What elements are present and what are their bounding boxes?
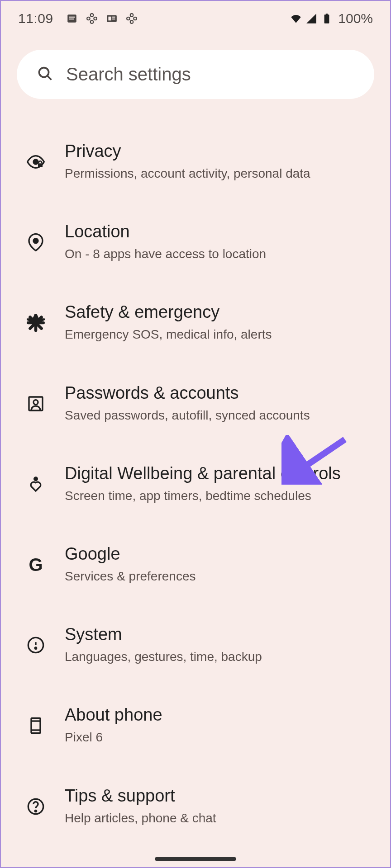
item-title: Safety & emergency — [65, 302, 372, 322]
item-subtitle: On - 8 apps have access to location — [65, 245, 372, 263]
svg-rect-12 — [38, 163, 43, 167]
item-title: About phone — [65, 705, 372, 725]
settings-list: Privacy Permissions, account activity, p… — [1, 122, 390, 847]
svg-rect-1 — [69, 17, 75, 18]
item-text: Passwords & accounts Saved passwords, au… — [65, 383, 372, 424]
svg-rect-2 — [69, 19, 74, 19]
item-text: Google Services & preferences — [65, 544, 372, 585]
svg-point-11 — [33, 160, 38, 164]
google-icon: G — [26, 555, 46, 575]
search-bar[interactable]: Search settings — [17, 50, 374, 99]
wifi-icon — [290, 13, 302, 24]
item-title: System — [65, 625, 372, 644]
svg-rect-4 — [108, 17, 111, 21]
settings-item-privacy[interactable]: Privacy Permissions, account activity, p… — [10, 122, 381, 202]
settings-item-tips[interactable]: Tips & support Help articles, phone & ch… — [10, 766, 381, 847]
pinwheel-icon-2 — [126, 13, 138, 24]
status-time: 11:09 — [18, 11, 53, 26]
svg-point-9 — [39, 67, 49, 77]
privacy-icon — [26, 152, 46, 172]
svg-point-13 — [33, 239, 38, 243]
svg-point-19 — [35, 647, 36, 649]
item-subtitle: Services & preferences — [65, 567, 372, 585]
message-icon — [66, 13, 78, 24]
settings-item-system[interactable]: System Languages, gestures, time, backup — [10, 605, 381, 685]
settings-item-location[interactable]: Location On - 8 apps have access to loca… — [10, 202, 381, 283]
status-left: 11:09 — [18, 11, 138, 26]
item-subtitle: Pixel 6 — [65, 728, 372, 746]
settings-item-safety[interactable]: Safety & emergency Emergency SOS, medica… — [10, 283, 381, 363]
news-icon — [106, 13, 118, 24]
svg-rect-8 — [326, 14, 328, 15]
item-subtitle: Emergency SOS, medical info, alerts — [65, 326, 372, 343]
item-text: About phone Pixel 6 — [65, 705, 372, 746]
item-title: Google — [65, 544, 372, 564]
item-text: Digital Wellbeing & parental controls Sc… — [65, 464, 372, 505]
item-title: Location — [65, 222, 372, 241]
item-subtitle: Help articles, phone & chat — [65, 809, 372, 827]
item-text: Location On - 8 apps have access to loca… — [65, 222, 372, 263]
signal-icon — [305, 13, 317, 24]
status-right: 100% — [290, 11, 373, 26]
nav-bar-pill[interactable] — [155, 857, 236, 861]
item-text: System Languages, gestures, time, backup — [65, 625, 372, 665]
item-title: Digital Wellbeing & parental controls — [65, 464, 372, 483]
wellbeing-icon — [26, 474, 46, 494]
svg-point-16 — [34, 477, 38, 481]
item-subtitle: Permissions, account activity, personal … — [65, 165, 372, 182]
svg-rect-6 — [112, 19, 115, 19]
svg-point-15 — [33, 400, 38, 404]
system-icon — [26, 635, 46, 655]
status-bar: 11:09 100% — [1, 1, 390, 36]
item-title: Tips & support — [65, 786, 372, 806]
svg-rect-7 — [324, 14, 329, 24]
phone-icon — [26, 716, 46, 736]
item-subtitle: Screen time, app timers, bedtime schedul… — [65, 487, 372, 505]
item-text: Privacy Permissions, account activity, p… — [65, 142, 372, 182]
pinwheel-icon-1 — [86, 13, 98, 24]
item-text: Tips & support Help articles, phone & ch… — [65, 786, 372, 827]
search-placeholder: Search settings — [66, 64, 191, 85]
help-icon — [26, 797, 46, 816]
item-title: Privacy — [65, 142, 372, 161]
settings-item-about[interactable]: About phone Pixel 6 — [10, 685, 381, 766]
search-icon — [37, 66, 53, 84]
settings-item-wellbeing[interactable]: Digital Wellbeing & parental controls Sc… — [10, 444, 381, 524]
settings-item-google[interactable]: G Google Services & preferences — [10, 524, 381, 605]
battery-percentage: 100% — [338, 11, 373, 26]
svg-point-24 — [35, 810, 36, 811]
item-subtitle: Saved passwords, autofill, synced accoun… — [65, 406, 372, 424]
safety-icon — [26, 313, 46, 333]
account-icon — [26, 394, 46, 414]
item-text: Safety & emergency Emergency SOS, medica… — [65, 302, 372, 343]
svg-line-10 — [48, 75, 52, 80]
item-title: Passwords & accounts — [65, 383, 372, 403]
svg-rect-5 — [112, 17, 115, 18]
item-subtitle: Languages, gestures, time, backup — [65, 648, 372, 665]
battery-icon — [321, 13, 333, 24]
location-icon — [26, 232, 46, 252]
settings-item-passwords[interactable]: Passwords & accounts Saved passwords, au… — [10, 363, 381, 444]
